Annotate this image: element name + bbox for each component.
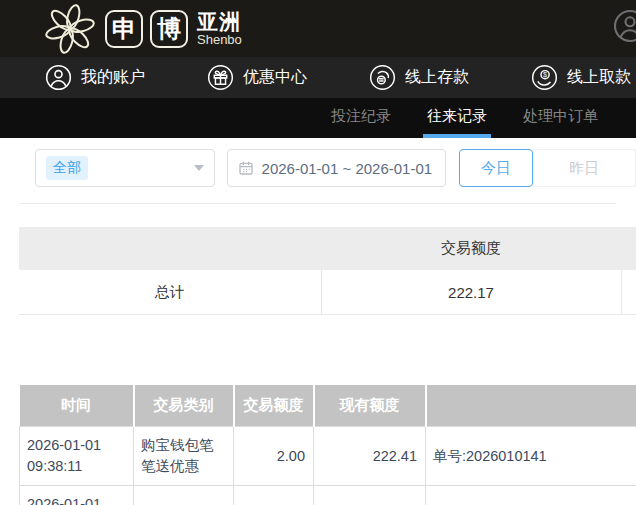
user-avatar-icon[interactable] (612, 8, 636, 48)
cell-balance: 220.41 (314, 486, 426, 505)
nav-item-withdraw[interactable]: $ 线上取款 (531, 64, 631, 91)
summary-header-amount: 交易额度 (321, 227, 621, 270)
col-header-balance: 现有额度 (314, 385, 426, 427)
nav-item-my-account[interactable]: 我的账户 (45, 64, 145, 91)
brand-char-1: 申 (105, 10, 143, 48)
nav-label: 线上取款 (567, 67, 631, 88)
logo-bar: 申 博 亚洲 Shenbo (0, 0, 636, 57)
cell-note: 单号:2026010141 (426, 427, 636, 486)
selected-type-tag[interactable]: 全部 (46, 156, 88, 180)
type-select[interactable]: 全部 (35, 149, 215, 187)
brand-wordmark: 亚洲 Shenbo (197, 11, 242, 46)
summary-header-blank2 (621, 227, 636, 270)
page: 申 博 亚洲 Shenbo 我的账户 (0, 0, 636, 505)
col-header-amount: 交易额度 (234, 385, 314, 427)
record-tabs: 投注纪录 往来记录 处理中订单 (0, 98, 636, 138)
user-icon (45, 64, 72, 91)
summary-total-value: 222.17 (321, 270, 621, 315)
cell-balance: 222.41 (314, 427, 426, 486)
cell-amount: 200.00 (234, 486, 314, 505)
cell-type: 购宝钱包 (134, 486, 234, 505)
nav-label: 优惠中心 (243, 67, 307, 88)
brand-region: 亚洲 (197, 11, 242, 32)
tab-pending-orders[interactable]: 处理中订单 (519, 98, 602, 138)
tab-betting-records[interactable]: 投注纪录 (327, 98, 395, 138)
divider (20, 203, 616, 204)
cell-note: 单号:2026010141 (426, 486, 636, 505)
cell-amount: 2.00 (234, 427, 314, 486)
nav-label: 线上存款 (405, 67, 469, 88)
brand-subtitle: Shenbo (197, 33, 242, 46)
nav-item-promotions[interactable]: 优惠中心 (207, 64, 307, 91)
col-header-note (426, 385, 636, 427)
calendar-icon (238, 160, 254, 176)
cell-type: 购宝钱包笔笔送优惠 (134, 427, 234, 486)
summary-empty-cell (621, 270, 636, 315)
transactions-header-row: 时间 交易类别 交易额度 现有额度 (20, 385, 636, 427)
gift-icon (207, 64, 234, 91)
date-range-value: 2026-01-01 ~ 2026-01-01 (262, 160, 433, 177)
date-range-input[interactable]: 2026-01-01 ~ 2026-01-01 (227, 149, 447, 187)
chevron-down-icon (194, 165, 204, 171)
col-header-time: 时间 (20, 385, 134, 427)
summary-table: 交易额度 总计 222.17 (19, 227, 636, 315)
nav-label: 我的账户 (81, 67, 145, 88)
cell-time: 2026-01-01 09:38:11 (20, 486, 134, 505)
table-row: 2026-01-01 09:38:11 购宝钱包 200.00 220.41 单… (20, 486, 636, 505)
brand-char-2: 博 (150, 10, 188, 48)
tab-transaction-records[interactable]: 往来记录 (423, 98, 491, 138)
summary-total-label: 总计 (19, 270, 321, 315)
main-nav: 我的账户 优惠中心 线上存款 (0, 57, 636, 98)
cell-time: 2026-01-01 09:38:11 (20, 427, 134, 486)
nav-item-deposit[interactable]: 线上存款 (369, 64, 469, 91)
today-button[interactable]: 今日 (459, 149, 532, 187)
summary-header-blank (19, 227, 321, 270)
summary-total-row: 总计 222.17 (19, 270, 636, 315)
table-row: 2026-01-01 09:38:11 购宝钱包笔笔送优惠 2.00 222.4… (20, 427, 636, 486)
yesterday-button[interactable]: 昨日 (533, 149, 636, 187)
transactions-table: 时间 交易类别 交易额度 现有额度 2026-01-01 09:38:11 购宝… (19, 385, 636, 505)
col-header-type: 交易类别 (134, 385, 234, 427)
svg-text:$: $ (543, 70, 547, 79)
filter-row: 全部 2026-01-01 ~ 2026-01-01 今日 昨日 (35, 149, 636, 187)
deposit-icon (369, 64, 396, 91)
withdraw-icon: $ (531, 64, 558, 91)
flower-logo-icon (45, 4, 95, 54)
